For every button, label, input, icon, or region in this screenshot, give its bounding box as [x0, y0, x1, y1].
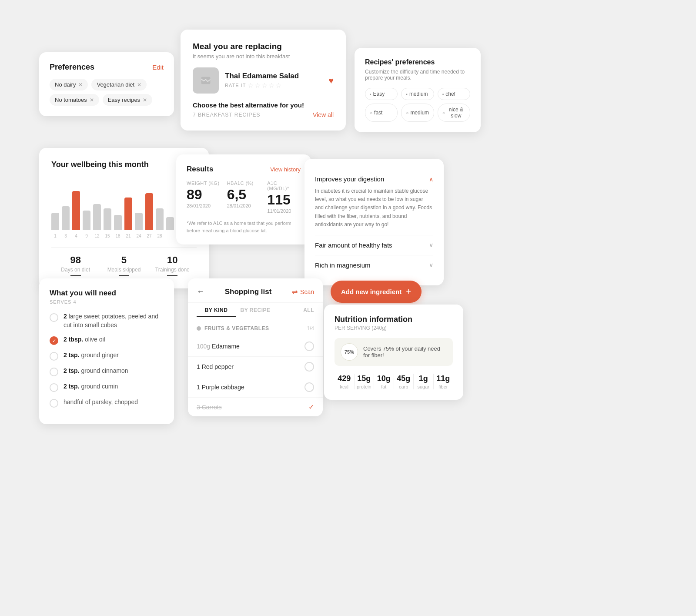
back-button[interactable]: ←	[197, 287, 204, 296]
bar-8	[124, 198, 132, 230]
nut-kcal-label: kcal	[335, 384, 354, 389]
results-title: Results	[187, 165, 213, 174]
metric-weight-value: 89	[187, 187, 220, 201]
tab-all[interactable]: ALL	[275, 307, 314, 317]
bar-9	[135, 213, 143, 230]
view-history-button[interactable]: View history	[270, 166, 301, 173]
rp-subtitle: Customize the difficulty and time needed…	[365, 69, 470, 81]
chevron-down-icon-2: ∨	[429, 261, 433, 268]
item-checkbox[interactable]	[304, 382, 314, 392]
item-checkbox[interactable]	[304, 362, 314, 372]
option-medium-2[interactable]: ○ medium	[401, 104, 434, 122]
bar-10	[145, 193, 153, 230]
chevron-up-icon: ∧	[429, 176, 433, 183]
metric-hba1c-date: 28/01/2020	[227, 203, 261, 208]
ingredient-checkbox-checked[interactable]: ✓	[50, 336, 58, 345]
star-5[interactable]: ☆	[275, 81, 281, 90]
nut-fiber-value: 11g	[434, 374, 453, 383]
stat-meals-value: 5	[100, 254, 148, 266]
star-4[interactable]: ☆	[268, 81, 274, 90]
nut-sugar-value: 1g	[414, 374, 433, 383]
remove-tag[interactable]: ✕	[90, 97, 94, 103]
view-all-button[interactable]: View all	[313, 111, 334, 118]
nut-kcal: 429 kcal	[335, 374, 354, 389]
metric-a1c: A1C (MG/DL)* 115 11/01/2020	[267, 181, 301, 214]
preferences-title: Preferences	[50, 63, 94, 72]
preferences-card: Preferences Edit No dairy ✕ Vegetarian d…	[39, 52, 174, 116]
stat-days: 98 Days on diet	[51, 254, 100, 276]
preferences-tags: No dairy ✕ Vegetarian diet ✕ No tomatoes…	[50, 79, 164, 106]
star-rating[interactable]: ☆ ☆ ☆ ☆ ☆	[248, 81, 281, 90]
shop-item-cabbage: 1 Purple cabbage	[188, 377, 323, 397]
nut-carb-label: carb	[394, 384, 414, 389]
serves-label: SERVES 4	[50, 299, 164, 305]
remove-tag[interactable]: ✕	[143, 97, 147, 103]
alt-title: Choose the best alternative for you!	[193, 101, 334, 109]
ingredient-checkbox[interactable]	[50, 352, 58, 361]
ingredient-checkbox[interactable]	[50, 383, 58, 392]
category-count: 1/4	[307, 325, 314, 331]
recipes-preferences-card: Recipes' preferences Customize the diffi…	[355, 48, 481, 132]
remove-tag[interactable]: ✕	[78, 82, 83, 88]
fiber-banner: 75% Covers 75% of your daily need for fi…	[335, 338, 453, 366]
chevron-down-icon: ∨	[429, 241, 433, 248]
bar-3	[72, 191, 80, 230]
metric-a1c-value: 115	[267, 193, 301, 207]
health-benefits-card: Improves your digestion ∧ In diabetes it…	[304, 159, 444, 285]
ingredient-text: 2 tsp. ground cumin	[64, 382, 118, 391]
nut-fiber-label: fiber	[434, 384, 453, 389]
edit-button[interactable]: Edit	[152, 64, 164, 71]
option-chef[interactable]: ▪ chef	[438, 88, 470, 100]
benefit-magnesium-name: Rich in magnesium	[315, 261, 371, 269]
add-ingredient-label: Add new ingredient	[341, 288, 402, 295]
stat-meals-label: Meals skipped	[100, 267, 148, 273]
star-1[interactable]: ☆	[248, 81, 254, 90]
tag-label: Vegetarian diet	[97, 81, 134, 88]
metric-hba1c-label: HBA1C (%)	[227, 181, 261, 186]
ingredients-title: What you will need	[50, 289, 164, 298]
ingredient-text: 2 tbsp. olive oil	[64, 335, 105, 344]
favorite-icon[interactable]: ♥	[328, 76, 334, 86]
benefit-fats-header[interactable]: Fair amount of healthy fats ∨	[315, 241, 433, 249]
option-nice-slow[interactable]: ○ nice & slow	[438, 104, 470, 122]
stat-days-value: 98	[51, 254, 100, 266]
bar-7	[114, 215, 122, 230]
ingredient-olive-oil: ✓ 2 tbsp. olive oil	[50, 335, 164, 345]
ingredient-cumin: 2 tsp. ground cumin	[50, 382, 164, 392]
benefit-magnesium-header[interactable]: Rich in magnesium ∨	[315, 261, 433, 269]
benefit-digestion-name: Improves your digestion	[315, 175, 384, 183]
remove-tag[interactable]: ✕	[137, 82, 141, 88]
stats-row: 98 Days on diet 5 Meals skipped 10 Train…	[51, 247, 197, 276]
nut-fiber: 11g fiber	[434, 374, 453, 389]
option-medium-1[interactable]: ▪ medium	[401, 88, 434, 100]
shop-item-pepper: 1 Red pepper	[188, 356, 323, 377]
tab-by-kind[interactable]: BY KIND	[197, 307, 236, 317]
category-name: FRUITS & VEGETABLES	[197, 325, 269, 331]
results-note: *We refer to A1C as a home test that you…	[187, 220, 301, 234]
benefit-digestion-header[interactable]: Improves your digestion ∧	[315, 175, 433, 183]
ingredient-checkbox[interactable]	[50, 399, 58, 408]
stat-trainings: 10 Trainings done	[148, 254, 197, 276]
stat-trainings-value: 10	[148, 254, 197, 266]
tab-by-recipe[interactable]: BY RECIPE	[236, 307, 275, 317]
add-ingredient-button[interactable]: Add new ingredient +	[331, 281, 422, 303]
item-checkbox[interactable]	[304, 341, 314, 351]
category-fruits-vegetables: FRUITS & VEGETABLES 1/4	[188, 321, 323, 336]
benefit-magnesium: Rich in magnesium ∨	[315, 255, 433, 275]
option-fast[interactable]: ○ fast	[365, 104, 398, 122]
fiber-description: Covers 75% of your daily need for fiber!	[363, 345, 447, 358]
scan-button[interactable]: ⇌ Scan	[292, 288, 314, 296]
option-easy[interactable]: ▪ Easy	[365, 88, 398, 100]
metric-a1c-date: 11/01/2020	[267, 208, 301, 214]
nut-fat-value: 10g	[374, 374, 394, 383]
ingredient-checkbox[interactable]	[50, 313, 58, 322]
star-3[interactable]: ☆	[261, 81, 268, 90]
tag-vegetarian: Vegetarian diet ✕	[91, 79, 147, 90]
metric-weight: WEIGHT (KG) 89 28/01/2020	[187, 181, 220, 214]
ingredient-checkbox[interactable]	[50, 368, 58, 376]
nut-sugar-label: sugar	[414, 384, 433, 389]
meal-card: Meal you are replacing It seems you are …	[181, 30, 346, 131]
star-2[interactable]: ☆	[254, 81, 261, 90]
difficulty-options: ▪ Easy ▪ medium ▪ chef ○ fast ○ medium ○…	[365, 88, 470, 122]
nut-fat-label: fat	[374, 384, 394, 389]
